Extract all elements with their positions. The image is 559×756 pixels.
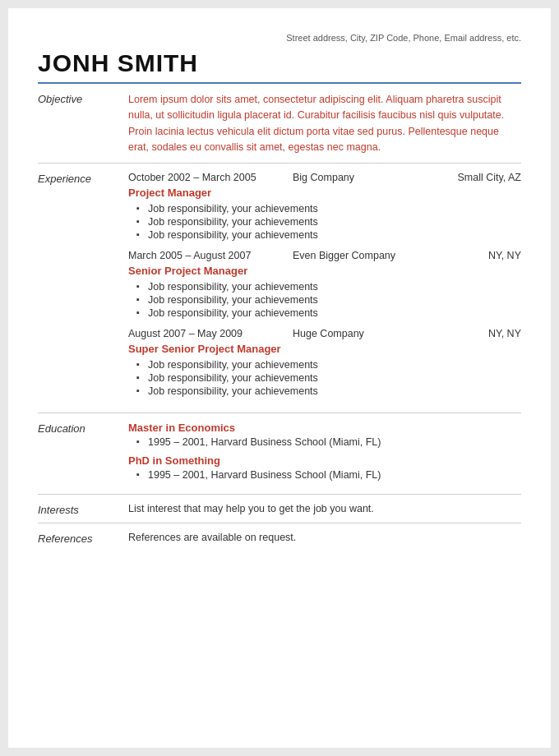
job-2-row: March 2005 – August 2007 Even Bigger Com… [128,250,521,261]
job-2-bullet-3: Job responsibility, your achievements [136,307,521,320]
job-2: March 2005 – August 2007 Even Bigger Com… [128,250,521,320]
education-label: Education [38,422,128,435]
job-1-dates: October 2002 – March 2005 [128,172,284,183]
job-2-bullets: Job responsibility, your achievements Jo… [128,280,521,320]
references-text: References are available on request. [128,532,521,543]
job-1-bullet-1: Job responsibility, your achievements [136,202,521,215]
experience-section: Experience October 2002 – March 2005 Big… [38,164,521,413]
references-content: References are available on request. [128,532,521,545]
degree-2-detail-list: 1995 – 2001, Harvard Business School (Mi… [128,469,521,481]
applicant-name: JONH SMITH [38,49,521,77]
job-3-bullet-3: Job responsibility, your achievements [136,385,521,398]
job-3-bullet-1: Job responsibility, your achievements [136,358,521,371]
objective-content: Lorem ipsum dolor sits amet, consectetur… [128,92,521,156]
experience-content: October 2002 – March 2005 Big Company Sm… [128,172,521,406]
degree-1-title: Master in Economics [128,422,521,434]
job-1-bullet-3: Job responsibility, your achievements [136,228,521,242]
job-2-title: Senior Project Manager [128,265,521,277]
job-3: August 2007 – May 2009 Huge Company NY, … [128,328,521,398]
job-3-bullet-2: Job responsibility, your achievements [136,371,521,385]
resume-page: Street address, City, ZIP Code, Phone, E… [8,8,551,748]
education-section: Education Master in Economics 1995 – 200… [38,413,521,495]
job-3-row: August 2007 – May 2009 Huge Company NY, … [128,328,521,339]
job-1-row: October 2002 – March 2005 Big Company Sm… [128,172,521,183]
interests-content: List interest that may help you to get t… [128,503,521,516]
job-3-title: Super Senior Project Manager [128,343,521,355]
objective-section: Objective Lorem ipsum dolor sits amet, c… [38,84,521,164]
job-1-bullets: Job responsibility, your achievements Jo… [128,202,521,242]
job-2-location: NY, NY [447,250,521,261]
job-3-location: NY, NY [447,328,521,339]
job-1-bullet-2: Job responsibility, your achievements [136,215,521,228]
interests-text: List interest that may help you to get t… [128,503,521,514]
job-3-company: Huge Company [284,328,447,339]
job-1-title: Project Manager [128,187,521,199]
degree-2-detail: 1995 – 2001, Harvard Business School (Mi… [136,469,521,481]
objective-label: Objective [38,92,128,156]
job-1-company: Big Company [284,172,447,183]
degree-1-detail-list: 1995 – 2001, Harvard Business School (Mi… [128,436,521,448]
references-section: References References are available on r… [38,523,521,551]
education-content: Master in Economics 1995 – 2001, Harvard… [128,422,521,487]
job-3-bullets: Job responsibility, your achievements Jo… [128,358,521,398]
job-3-dates: August 2007 – May 2009 [128,328,284,339]
interests-label: Interests [38,503,128,516]
job-2-bullet-2: Job responsibility, your achievements [136,293,521,307]
references-label: References [38,532,128,545]
degree-2-title: PhD in Something [128,454,521,467]
job-2-dates: March 2005 – August 2007 [128,250,284,261]
top-address: Street address, City, ZIP Code, Phone, E… [38,33,521,43]
interests-section: Interests List interest that may help yo… [38,495,521,523]
job-2-company: Even Bigger Company [284,250,447,261]
degree-1-detail: 1995 – 2001, Harvard Business School (Mi… [136,436,521,448]
job-1-location: Small City, AZ [447,172,521,183]
objective-text: Lorem ipsum dolor sits amet, consectetur… [128,92,521,156]
job-1: October 2002 – March 2005 Big Company Sm… [128,172,521,242]
job-2-bullet-1: Job responsibility, your achievements [136,280,521,293]
experience-label: Experience [38,172,128,185]
